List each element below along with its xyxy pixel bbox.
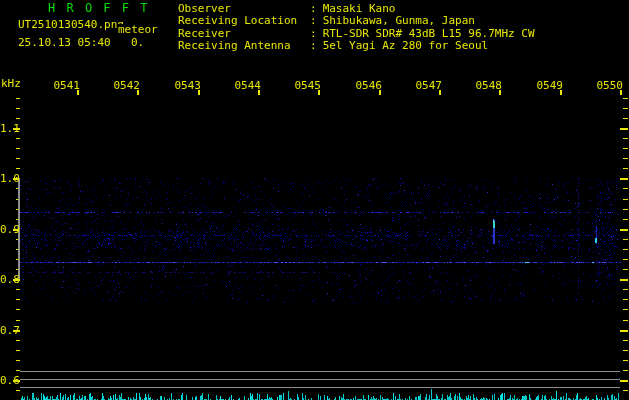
spectrogram-canvas [0,0,629,400]
y-tick-label: 1.0 [0,173,13,184]
output-filename: UT2510130540.png [18,19,124,30]
info-value: RTL-SDR SDR# 43dB L15 96.7MHz CW [323,27,535,40]
y-tick-label: 0.6 [0,375,13,386]
info-row: Observer:Masaki Kano [178,3,395,14]
info-separator: : [310,14,317,27]
x-tick-label: 0550 [596,80,623,91]
info-label: Receiving Location [178,15,310,26]
x-tick-label: 0545 [294,80,321,91]
y-tick-label: 0.8 [0,274,13,285]
info-label: Receiver [178,28,310,39]
info-row: Receiving Location:Shibukawa, Gunma, Jap… [178,15,475,26]
x-tick-label: 0548 [475,80,502,91]
echo-count: 0. [131,37,144,48]
hrofft-screen: H R O F F T UT2510130540.png meteor 25.1… [0,0,629,400]
y-tick-label: 1.1 [0,123,13,134]
info-value: Shibukawa, Gunma, Japan [323,14,475,27]
info-separator: : [310,39,317,52]
info-row: Receiving Antenna:5el Yagi Az 280 for Se… [178,40,488,51]
datetime-label: 25.10.13 05:40 [18,37,111,48]
x-tick-label: 0547 [415,80,442,91]
x-tick-label: 0541 [53,80,80,91]
info-row: Receiver:RTL-SDR SDR# 43dB L15 96.7MHz C… [178,28,535,39]
info-separator: : [310,2,317,15]
x-tick-label: 0542 [113,80,140,91]
info-separator: : [310,27,317,40]
y-tick-label: 0.9 [0,224,13,235]
y-tick-label: 0.7 [0,325,13,336]
x-tick-label: 0549 [536,80,563,91]
info-value: Masaki Kano [323,2,396,15]
x-tick-label: 0546 [355,80,382,91]
x-tick-label: 0543 [174,80,201,91]
info-label: Receiving Antenna [178,40,310,51]
info-label: Observer [178,3,310,14]
info-value: 5el Yagi Az 280 for Seoul [323,39,489,52]
station-name: meteor [117,24,158,35]
app-title: H R O F F T [48,2,149,14]
y-axis-unit: kHz [1,78,21,89]
x-tick-label: 0544 [234,80,261,91]
